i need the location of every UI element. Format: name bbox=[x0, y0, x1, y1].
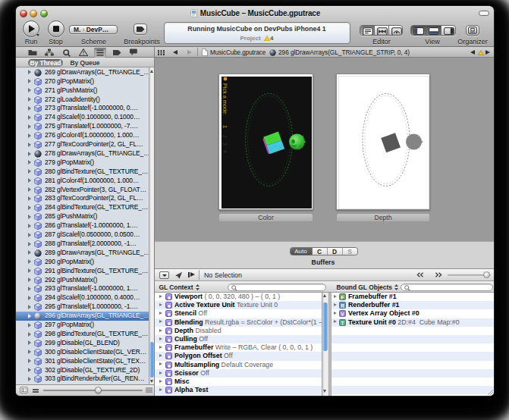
svg-text:1: 1 bbox=[222, 125, 228, 128]
svg-text:3: 3 bbox=[222, 143, 228, 146]
svg-text:4: 4 bbox=[222, 150, 228, 153]
svg-text:2: 2 bbox=[222, 135, 228, 138]
svg-text:Pick a mode:: Pick a mode: bbox=[222, 83, 228, 115]
